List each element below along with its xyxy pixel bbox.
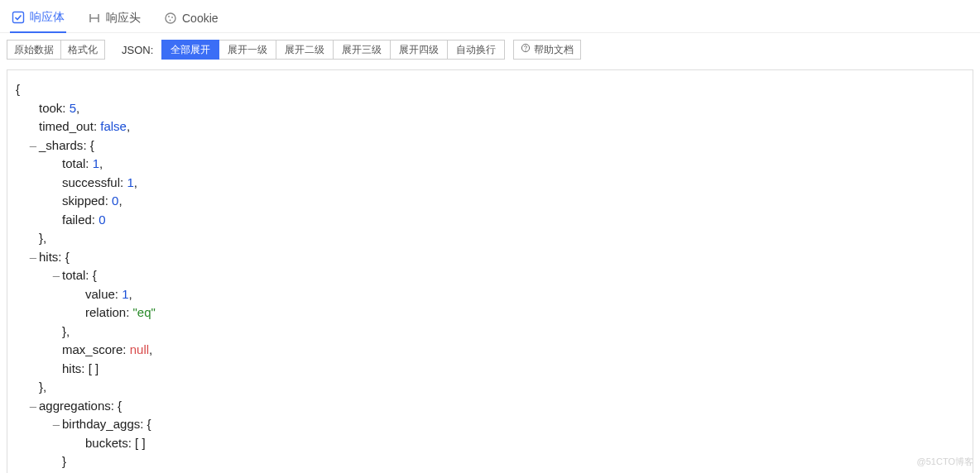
- json-line: timed_out: false,: [16, 117, 964, 136]
- json-number: 1: [127, 175, 133, 189]
- help-label: 帮助文档: [534, 43, 574, 56]
- json-key: max_score: [62, 342, 122, 356]
- brace-open: {: [16, 82, 20, 96]
- json-line: },: [16, 229, 964, 248]
- json-line: }: [16, 452, 964, 471]
- json-key: _shards: [39, 138, 83, 152]
- collapse-toggle[interactable]: –: [27, 248, 39, 267]
- json-key: aggregations: [39, 399, 111, 413]
- tab-cookie[interactable]: Cookie: [162, 7, 220, 31]
- expand-group: 全部展开 展开一级 展开二级 展开三级 展开四级 自动换行: [161, 40, 505, 60]
- svg-point-6: [526, 50, 526, 50]
- json-line: –total: {: [16, 266, 964, 285]
- svg-rect-0: [13, 12, 24, 23]
- json-line: },: [16, 322, 964, 342]
- tab-response-body[interactable]: 响应体: [10, 5, 66, 33]
- json-key: total: [62, 156, 85, 170]
- expand-l2-button[interactable]: 展开二级: [276, 40, 334, 60]
- help-icon: [521, 43, 531, 56]
- json-line: hits: [ ]: [16, 360, 964, 379]
- json-number: 1: [122, 287, 128, 301]
- raw-button[interactable]: 原始数据: [7, 40, 61, 60]
- wrap-button[interactable]: 自动换行: [448, 40, 505, 60]
- json-line: total: 1,: [16, 155, 964, 174]
- expand-l3-button[interactable]: 展开三级: [334, 40, 391, 60]
- header-icon: [88, 12, 101, 25]
- json-line: successful: 1,: [16, 174, 964, 193]
- json-key: failed: [62, 213, 92, 227]
- json-number: 0: [98, 213, 105, 227]
- json-key: buckets: [85, 436, 128, 450]
- json-line: value: 1,: [16, 285, 964, 304]
- tab-label: Cookie: [182, 12, 219, 25]
- tab-label: 响应头: [106, 11, 141, 26]
- collapse-toggle[interactable]: –: [50, 415, 62, 434]
- json-line: –birthday_aggs: {: [16, 415, 964, 434]
- json-line: took: 5,: [16, 99, 964, 118]
- json-line: relation: "eq": [16, 303, 964, 322]
- json-key: took: [39, 101, 62, 115]
- json-line: –_shards: {: [16, 136, 964, 155]
- expand-l4-button[interactable]: 展开四级: [391, 40, 448, 60]
- json-line: },: [16, 378, 964, 397]
- json-label: JSON:: [122, 44, 153, 56]
- json-key: skipped: [62, 194, 105, 208]
- json-key: hits: [39, 250, 58, 264]
- json-empty-array: [ ]: [135, 436, 146, 450]
- json-empty-array: [ ]: [89, 361, 99, 375]
- json-number: 5: [70, 101, 76, 115]
- json-key: relation: [85, 305, 126, 319]
- svg-point-3: [171, 17, 173, 18]
- svg-point-2: [168, 16, 170, 17]
- json-key: timed_out: [39, 119, 94, 133]
- tab-label: 响应体: [30, 10, 65, 25]
- json-line: –hits: {: [16, 248, 964, 267]
- json-key: birthday_aggs: [62, 417, 140, 431]
- collapse-toggle[interactable]: –: [27, 136, 39, 155]
- json-line: skipped: 0,: [16, 192, 964, 211]
- json-toolbar: 原始数据 格式化 JSON: 全部展开 展开一级 展开二级 展开三级 展开四级 …: [0, 33, 980, 66]
- json-null: null: [130, 342, 149, 356]
- expand-l1-button[interactable]: 展开一级: [219, 40, 276, 60]
- json-line: buckets: [ ]: [16, 434, 964, 453]
- collapse-toggle[interactable]: –: [27, 397, 39, 416]
- svg-point-1: [166, 13, 175, 23]
- json-viewer: { took: 5, timed_out: false, –_shards: {…: [7, 69, 973, 473]
- json-number: 1: [93, 156, 99, 170]
- json-line: failed: 0: [16, 211, 964, 230]
- json-key: value: [85, 287, 115, 301]
- json-key: total: [62, 268, 85, 282]
- formatted-button[interactable]: 格式化: [61, 40, 105, 60]
- view-mode-group: 原始数据 格式化: [7, 40, 105, 60]
- cookie-icon: [164, 12, 177, 25]
- svg-point-4: [170, 19, 171, 21]
- response-tabs: 响应体 响应头 Cookie: [0, 0, 980, 33]
- json-key: successful: [62, 175, 120, 189]
- json-key: hits: [62, 361, 81, 375]
- tab-response-headers[interactable]: 响应头: [86, 6, 142, 32]
- check-square-icon: [12, 11, 25, 24]
- json-string: "eq": [133, 305, 156, 319]
- json-line: {: [16, 80, 964, 99]
- expand-all-button[interactable]: 全部展开: [161, 40, 219, 60]
- json-line: max_score: null,: [16, 341, 964, 360]
- collapse-toggle[interactable]: –: [50, 266, 62, 285]
- json-boolean: false: [100, 119, 127, 133]
- help-button[interactable]: 帮助文档: [513, 40, 581, 60]
- json-line: –aggregations: {: [16, 397, 964, 416]
